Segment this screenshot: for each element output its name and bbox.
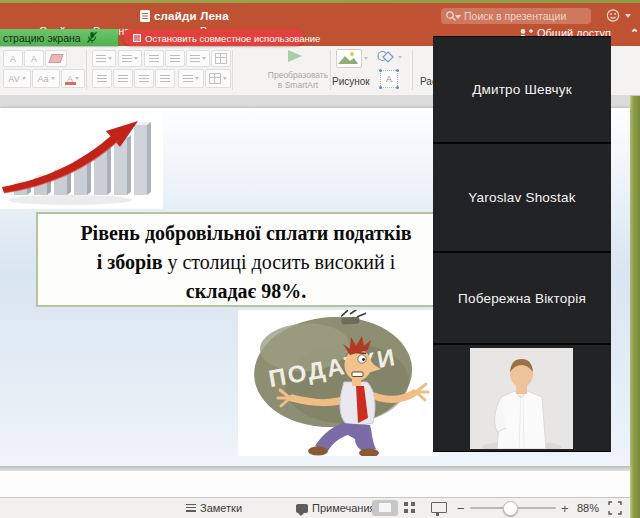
screen-share-message: страцию экрана (3, 32, 81, 44)
bullets-button[interactable] (92, 50, 116, 67)
text-box-glyph: A (386, 74, 392, 84)
align-right-button[interactable] (134, 69, 154, 88)
font-size-decrease-button[interactable]: A (24, 50, 44, 67)
participant-tile[interactable]: Дмитро Шевчук (433, 37, 611, 142)
font-color-button[interactable]: A (61, 69, 85, 88)
stop-icon (133, 34, 141, 42)
screen-share-banner: страцию экрана (0, 29, 118, 46)
line-spacing-button[interactable] (186, 50, 210, 67)
normal-view-icon (379, 503, 391, 512)
picture-label: Рисунок (332, 76, 370, 87)
align-left-button[interactable] (92, 69, 112, 88)
participant-tile[interactable]: Yaroslav Shostak (433, 144, 611, 251)
comments-icon (296, 504, 308, 513)
participant-tile[interactable]: Побережна Вікторія (433, 253, 611, 343)
comments-label: Примечания (312, 502, 376, 514)
character-spacing-button[interactable]: AV (3, 69, 31, 88)
zoom-out-button[interactable]: − (457, 501, 465, 516)
stop-sharing-button[interactable]: Остановить совместное использование (123, 29, 304, 46)
ribbon-separator (232, 50, 233, 90)
taxes-cartoon-image: ПОДАТКИ (238, 310, 438, 456)
numbering-button[interactable] (118, 50, 142, 67)
textbox-line-1: Рівень добровільної сплати податків (38, 219, 454, 248)
smartart-icon (288, 50, 302, 62)
insert-picture-button[interactable] (336, 49, 362, 68)
taxes-cartoon-graphic: ПОДАТКИ (238, 310, 438, 456)
document-icon (140, 10, 150, 22)
notes-strip[interactable] (0, 471, 630, 498)
notes-toggle-button[interactable]: Заметки (186, 502, 242, 514)
ribbon-separator (86, 50, 87, 90)
titlebar: слайди Лена Поиск в презентации (0, 3, 640, 25)
participant-name: Yaroslav Shostak (468, 190, 575, 205)
text-box-button[interactable]: A (380, 70, 398, 88)
search-scope-caret-icon[interactable] (455, 15, 461, 19)
zoom-level[interactable]: 88% (577, 502, 599, 514)
decrease-indent-button[interactable] (144, 50, 164, 67)
smartart-label-line1: Преобразовать (256, 70, 340, 80)
notes-label: Заметки (200, 502, 242, 514)
participant-tile-video[interactable] (433, 345, 611, 451)
columns-button[interactable] (211, 50, 231, 67)
zoom-in-button[interactable]: + (561, 501, 569, 516)
participant-name: Дмитро Шевчук (472, 82, 572, 97)
shapes-caret-icon (398, 56, 402, 59)
search-placeholder: Поиск в презентации (464, 10, 566, 22)
slide-sorter-view-button[interactable] (404, 502, 415, 513)
zoom-slider[interactable] (470, 507, 556, 509)
search-input[interactable]: Поиск в презентации (441, 8, 591, 24)
insert-shape-button[interactable] (376, 49, 396, 66)
zoom-slider-thumb[interactable] (503, 501, 518, 516)
window-title: слайди Лена (154, 10, 229, 22)
statusbar: Заметки Примечания − + 88% (0, 497, 630, 518)
justify-button[interactable] (155, 69, 175, 88)
microphone-muted-icon (86, 31, 98, 44)
increase-indent-button[interactable] (165, 50, 185, 67)
picture-icon (337, 50, 359, 65)
screen: слайди Лена Поиск в презентации Анимация… (0, 0, 640, 518)
shapes-icon (376, 49, 394, 65)
feedback-smiley-button[interactable] (606, 8, 632, 23)
growth-chart-image (0, 113, 163, 209)
textbox-line-3: складає 98%. (38, 277, 454, 306)
align-text-button[interactable] (205, 69, 231, 88)
participant-name: Побережна Вікторія (458, 291, 586, 306)
convert-to-smartart-button[interactable]: Преобразовать в SmartArt (256, 70, 340, 90)
picture-caret-icon (364, 57, 368, 60)
font-size-increase-button[interactable]: A (3, 50, 23, 67)
notes-icon (186, 504, 196, 513)
ribbon-separator (412, 50, 413, 90)
change-case-button[interactable]: Aa (32, 69, 60, 88)
desktop-wallpaper-right-strip (630, 46, 640, 518)
collapse-ribbon-chevron-icon[interactable]: ⌃ (630, 27, 639, 40)
stop-sharing-label: Остановить совместное использование (145, 33, 320, 44)
textbox-line-2: і зборів у столиці досить високий і (38, 248, 454, 277)
comments-toggle-button[interactable]: Примечания (296, 502, 376, 514)
clear-formatting-button[interactable] (45, 50, 67, 67)
text-direction-button[interactable] (178, 69, 204, 88)
fit-to-window-icon[interactable] (608, 501, 622, 515)
slide-textbox[interactable]: Рівень добровільної сплати податків і зб… (36, 212, 456, 307)
smiley-caret-icon (625, 14, 631, 18)
growth-chart-graphic (0, 113, 163, 209)
smiley-icon (606, 8, 621, 23)
participant-video-frame (470, 348, 573, 449)
align-center-button[interactable] (113, 69, 133, 88)
normal-view-button[interactable] (372, 500, 398, 516)
participant-video (470, 348, 573, 449)
participants-panel: Дмитро Шевчук Yaroslav Shostak Побережна… (433, 36, 611, 452)
smartart-label-line2: в SmartArt (256, 80, 340, 90)
slideshow-view-button[interactable] (431, 502, 447, 513)
